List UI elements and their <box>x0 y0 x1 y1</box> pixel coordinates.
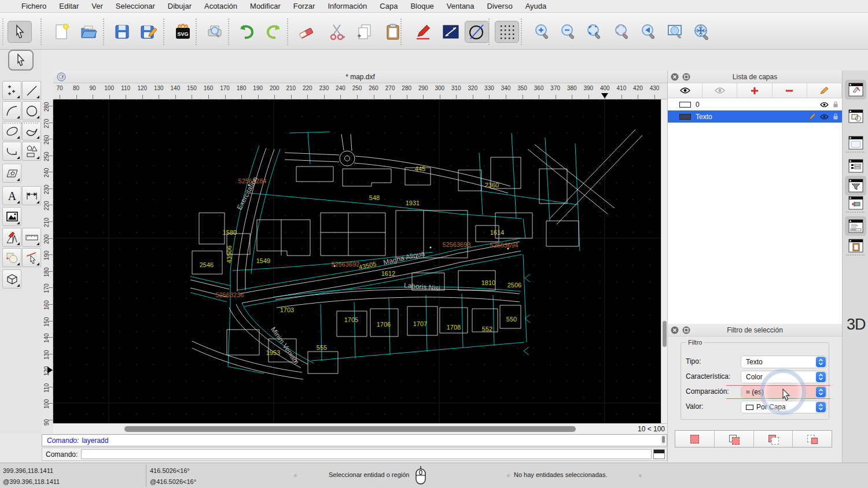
parcel-number-label: 1614 <box>490 229 504 236</box>
command-options-button[interactable] <box>653 449 665 459</box>
menu-fichero[interactable]: Fichero <box>15 0 53 13</box>
menu-editar[interactable]: Editar <box>53 0 85 13</box>
circle-tool[interactable] <box>22 101 41 120</box>
horizontal-scrollbar[interactable]: 10 < 100 <box>53 423 667 434</box>
add-layer-button[interactable] <box>737 83 772 98</box>
save-as-button[interactable] <box>137 21 161 43</box>
undo-button[interactable] <box>234 21 259 43</box>
svg-export-button[interactable]: SVG <box>171 21 195 43</box>
toolbar-drag-handle[interactable] <box>2 19 3 45</box>
menu-ayuda[interactable]: Ayuda <box>519 0 553 13</box>
command-line-panel-button[interactable] <box>845 216 866 236</box>
open-document-button[interactable] <box>76 21 101 43</box>
redo-button[interactable] <box>262 21 286 43</box>
menu-acotacion[interactable]: Acotación <box>198 0 244 13</box>
menu-bloque[interactable]: Bloque <box>404 0 440 13</box>
selection-list-panel-button[interactable] <box>845 156 866 176</box>
zoom-out-button[interactable] <box>556 21 580 43</box>
parcel-number-label: 1580 <box>223 229 237 236</box>
ellipse-tool[interactable] <box>2 121 21 141</box>
spline-tool[interactable] <box>22 121 41 141</box>
zoom-selection-button[interactable] <box>610 21 634 43</box>
horizontal-scrollbar-thumb[interactable] <box>124 426 576 432</box>
grid-toggle-button[interactable] <box>495 21 519 43</box>
3d-box-tool[interactable] <box>2 269 21 289</box>
cut-button[interactable] <box>325 21 350 43</box>
menu-seleccionar[interactable]: Seleccionar <box>109 0 161 13</box>
arc-tool[interactable] <box>2 101 21 120</box>
add-to-selection-button[interactable] <box>715 431 754 447</box>
parcel-number-label: 1931 <box>406 199 420 206</box>
text-tool[interactable]: A <box>2 186 21 205</box>
shape-tool[interactable] <box>22 142 41 161</box>
zoom-window-button[interactable] <box>663 21 687 43</box>
command-input[interactable] <box>81 449 652 459</box>
menu-informacion[interactable]: Información <box>321 0 373 13</box>
layer-lock-icon[interactable] <box>833 101 838 108</box>
close-panel-icon[interactable] <box>671 326 679 334</box>
library-browser-panel-button[interactable] <box>845 133 866 153</box>
selection-tool-button[interactable] <box>8 50 34 71</box>
detach-panel-icon[interactable] <box>682 73 690 81</box>
menu-forzar[interactable]: Forzar <box>287 0 322 13</box>
layer-row-0[interactable]: 0 <box>668 98 842 110</box>
image-tool[interactable] <box>2 207 21 226</box>
measure-tool[interactable] <box>22 228 41 247</box>
remove-from-selection-button[interactable] <box>754 431 793 447</box>
dimension-tool[interactable] <box>22 186 41 205</box>
distance-line-button[interactable] <box>439 21 463 43</box>
layer-visibility-icon[interactable] <box>820 102 829 108</box>
eraser-button[interactable] <box>294 21 318 43</box>
delete-select-tool[interactable] <box>22 248 41 267</box>
zoom-auto-button[interactable] <box>582 21 606 43</box>
menu-modificar[interactable]: Modificar <box>244 0 287 13</box>
hide-all-layers-button[interactable] <box>703 83 737 98</box>
new-document-button[interactable] <box>50 21 74 43</box>
zoom-previous-button[interactable] <box>637 21 661 43</box>
menu-dibujar[interactable]: Dibujar <box>161 0 198 13</box>
edit-attributes-button[interactable] <box>411 21 435 43</box>
close-panel-icon[interactable] <box>671 73 679 81</box>
filter-field-dropdown[interactable]: Texto <box>741 356 827 368</box>
copy-button[interactable] <box>353 21 377 43</box>
hatch-tool[interactable] <box>2 164 21 183</box>
menu-diverso[interactable]: Diverso <box>481 0 519 13</box>
drawing-canvas[interactable]: 4452360548193152563284161415804350625461… <box>53 99 661 423</box>
intersect-selection-button[interactable] <box>793 431 832 447</box>
drafting-tools[interactable] <box>2 228 21 247</box>
remove-layer-button[interactable] <box>773 83 807 98</box>
palette-drag-handle[interactable] <box>3 123 38 124</box>
zoom-in-button[interactable] <box>530 21 554 43</box>
menu-ver[interactable]: Ver <box>85 0 109 13</box>
command-history-scrollbar[interactable] <box>661 435 666 445</box>
selection-arrow-button[interactable] <box>8 21 32 43</box>
menu-capa[interactable]: Capa <box>373 0 404 13</box>
select-all-matching-button[interactable] <box>675 431 715 447</box>
selection-filter-panel-button[interactable] <box>845 176 866 195</box>
block-list-panel-button[interactable] <box>845 106 866 126</box>
layer-row-texto[interactable]: Texto <box>668 110 842 123</box>
vertical-scrollbar[interactable] <box>661 99 667 423</box>
circle-tool-button[interactable] <box>465 21 489 43</box>
clipboard-panel-button[interactable] <box>845 236 866 256</box>
points-tool[interactable] <box>2 81 21 100</box>
edit-layer-icon[interactable] <box>808 113 816 120</box>
polyline-tool[interactable] <box>2 142 21 161</box>
menu-ventana[interactable]: Ventana <box>440 0 481 13</box>
3d-mode-label[interactable]: 3D <box>847 316 866 334</box>
modify-tools[interactable] <box>2 248 21 267</box>
layer-lock-icon[interactable] <box>833 113 838 120</box>
layer-color-swatch <box>679 102 691 108</box>
show-all-layers-button[interactable] <box>668 83 703 98</box>
save-button[interactable] <box>110 21 134 43</box>
hruler-label: 420 <box>633 85 643 91</box>
line-tool[interactable] <box>22 81 41 100</box>
detach-panel-icon[interactable] <box>682 326 690 334</box>
print-preview-button[interactable] <box>203 21 227 43</box>
vertical-scrollbar-thumb[interactable] <box>663 321 667 347</box>
edit-layer-button[interactable] <box>807 83 842 98</box>
property-editor-panel-button[interactable] <box>845 80 866 99</box>
viewport-panel-button[interactable] <box>845 193 866 213</box>
layer-visibility-icon[interactable] <box>820 114 829 120</box>
pan-zoom-button[interactable] <box>690 21 714 43</box>
